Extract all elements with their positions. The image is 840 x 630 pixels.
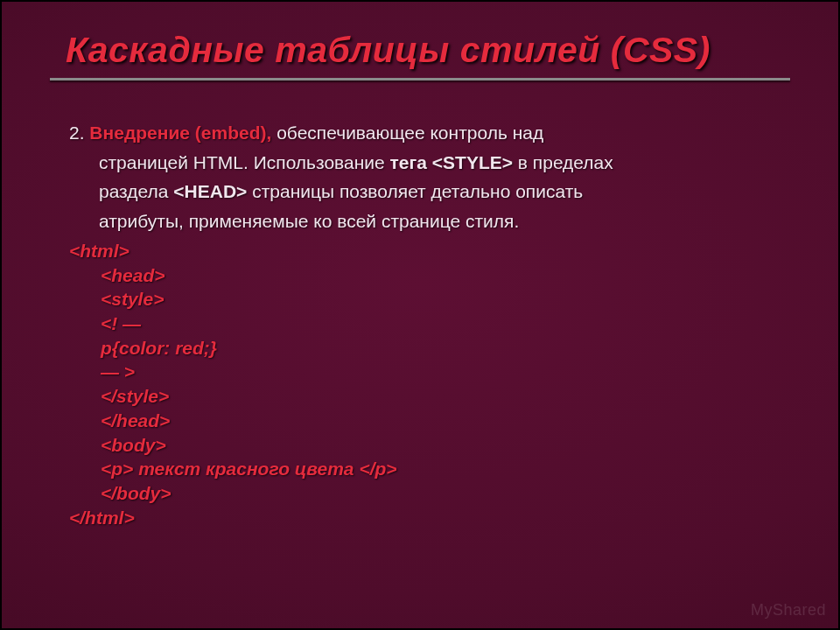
paragraph-line-1: 2. Внедрение (embed), обеспечивающее кон…	[69, 121, 790, 145]
paragraph-line-3: раздела <HEAD> страницы позволяет деталь…	[69, 179, 790, 204]
code-style-close: </style>	[69, 384, 790, 409]
list-number: 2.	[69, 122, 89, 143]
text-frag: страницей HTML. Использование	[99, 152, 390, 172]
code-p-text: текст красного цвета	[138, 458, 354, 479]
code-body-close: </body>	[69, 481, 790, 506]
lead-phrase: Внедрение (embed),	[89, 122, 276, 143]
code-html-close: </html>	[69, 506, 790, 530]
title-underline	[50, 78, 790, 80]
code-p-close: </p>	[354, 458, 397, 479]
code-p-line: <p> текст красного цвета </p>	[69, 457, 790, 481]
code-head-open: <head>	[69, 263, 790, 288]
code-style-open: <style>	[69, 287, 790, 312]
slide-title: Каскадные таблицы стилей (CSS)	[50, 30, 790, 71]
tag-head: <HEAD>	[173, 181, 247, 201]
code-rule: p{color: red;}	[69, 336, 790, 360]
code-comment-open: <! —	[69, 312, 790, 336]
text-frag: раздела	[99, 181, 173, 201]
code-comment-close: — >	[69, 360, 790, 384]
slide: Каскадные таблицы стилей (CSS) 2. Внедре…	[0, 0, 840, 630]
code-html-open: <html>	[69, 239, 790, 263]
paragraph-line-2: страницей HTML. Использование тега <STYL…	[69, 150, 790, 175]
code-body-open: <body>	[69, 433, 790, 458]
watermark: MyShared	[751, 601, 826, 620]
paragraph-line-4: атрибуты, применяемые ко всей странице с…	[69, 209, 790, 234]
code-head-close: </head>	[69, 409, 790, 433]
text-frag: страницы позволяет детально описать	[247, 181, 583, 201]
code-p-open: <p>	[101, 458, 138, 479]
text-frag: в пределах	[513, 152, 613, 172]
tag-style: тега <STYLE>	[390, 152, 513, 172]
slide-body: 2. Внедрение (embed), обеспечивающее кон…	[50, 121, 790, 530]
text-frag: обеспечивающее контроль над	[276, 122, 543, 143]
